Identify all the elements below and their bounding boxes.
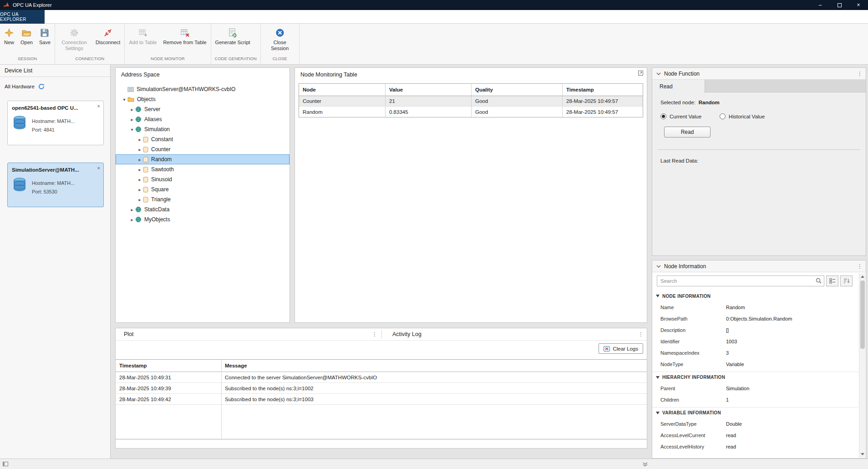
column-header[interactable]: Value bbox=[386, 84, 472, 96]
scrollbar-thumb[interactable] bbox=[860, 280, 865, 349]
property-row[interactable]: AccessLevelHistory read bbox=[652, 441, 858, 452]
kebab-menu-icon[interactable]: ⋮ bbox=[857, 71, 863, 77]
tree-item-server[interactable]: ▸ Server bbox=[116, 104, 289, 114]
refresh-icon[interactable] bbox=[38, 83, 45, 90]
tree-item-triangle[interactable]: ▸ Triangle bbox=[116, 194, 289, 204]
scroll-down-icon[interactable] bbox=[859, 451, 865, 457]
historical-value-radio[interactable] bbox=[720, 113, 726, 119]
tree-item-staticdata[interactable]: ▸ StaticData bbox=[116, 204, 289, 214]
tree-item-sawtooth[interactable]: ▸ Sawtooth bbox=[116, 164, 289, 174]
tree-item-myobjects[interactable]: ▸ MyObjects bbox=[116, 214, 289, 224]
tree-item-simulationserver[interactable]: SimulationServer@MATHWORKS-cvbIO bbox=[116, 84, 289, 94]
property-row[interactable]: NamespaceIndex 3 bbox=[652, 347, 858, 358]
device-card-open62541[interactable]: open62541-based OPC U... × Hostname: MAT… bbox=[7, 101, 104, 145]
kebab-menu-icon[interactable]: ⋮ bbox=[371, 331, 378, 337]
table-row[interactable]: 28-Mar-2025 10:49:42 Subscribed to the n… bbox=[116, 394, 647, 405]
collapse-chevron-icon[interactable] bbox=[656, 265, 661, 268]
chevron-right-icon[interactable]: ▸ bbox=[137, 137, 143, 142]
open-folder-icon bbox=[21, 28, 31, 38]
chevron-right-icon[interactable]: ▸ bbox=[137, 187, 143, 192]
disconnect-button[interactable]: Disconnect bbox=[92, 26, 123, 47]
open-button[interactable]: Open bbox=[17, 26, 36, 47]
property-row[interactable]: Name Random bbox=[652, 301, 858, 313]
tree-item-sinusoid[interactable]: ▸ Sinusoid bbox=[116, 174, 289, 184]
current-value-radio[interactable] bbox=[660, 113, 666, 119]
chevron-down-icon[interactable]: ▾ bbox=[129, 127, 135, 132]
tree-item-constant[interactable]: ▸ Constant bbox=[116, 134, 289, 144]
variable-node-icon bbox=[143, 157, 148, 163]
table-row[interactable]: 28-Mar-2025 10:49:39 Subscribed to the n… bbox=[116, 383, 647, 394]
column-header[interactable]: Node bbox=[299, 84, 386, 96]
node-information-title: Node Information bbox=[664, 263, 706, 270]
table-row[interactable]: Random 0.83345 Good 28-Mar-2025 10:49:57 bbox=[299, 107, 643, 117]
plot-panel-title[interactable]: Plot bbox=[124, 331, 134, 337]
tree-item-random[interactable]: ▸ Random bbox=[116, 154, 289, 164]
column-header[interactable]: Quality bbox=[472, 84, 563, 96]
device-card-simulationserver[interactable]: SimulationServer@MATH... × Hostname: MAT… bbox=[7, 163, 104, 207]
generate-script-button[interactable]: Generate Script bbox=[212, 26, 254, 47]
property-row[interactable]: ServerDataType Double bbox=[652, 418, 858, 429]
clear-logs-button[interactable]: Clear Logs bbox=[599, 343, 643, 354]
chevron-right-icon[interactable]: ▸ bbox=[129, 207, 135, 212]
tree-item-counter[interactable]: ▸ Counter bbox=[116, 144, 289, 154]
clear-logs-icon bbox=[604, 346, 610, 352]
search-input[interactable] bbox=[657, 275, 824, 286]
activity-log-title[interactable]: Activity Log bbox=[392, 331, 421, 337]
close-button[interactable]: × bbox=[849, 0, 868, 10]
section-node-information[interactable]: NODE INFORMATION bbox=[652, 291, 858, 301]
tree-item-simulation[interactable]: ▾ Simulation bbox=[116, 124, 289, 134]
scroll-up-icon[interactable] bbox=[859, 274, 865, 280]
tab-read[interactable]: Read bbox=[652, 80, 705, 93]
chevron-right-icon[interactable]: ▸ bbox=[137, 167, 143, 172]
collapse-panel-icon[interactable] bbox=[643, 462, 648, 467]
tree-item-objects[interactable]: ▾ Objects bbox=[116, 94, 289, 104]
sort-button[interactable] bbox=[840, 275, 853, 286]
property-row[interactable]: Description [] bbox=[652, 324, 858, 336]
node-monitoring-panel: Node Monitoring Table Node Value Quality… bbox=[294, 67, 647, 323]
kebab-menu-icon[interactable]: ⋮ bbox=[857, 263, 863, 270]
chevron-right-icon[interactable]: ▸ bbox=[129, 217, 135, 222]
tree-item-aliases[interactable]: ▸ Aliases bbox=[116, 114, 289, 124]
cell-message: Subscribed to the node(s) ns:3;i=1002 bbox=[221, 383, 647, 393]
remove-device-icon[interactable]: × bbox=[97, 165, 100, 171]
collapse-chevron-icon[interactable] bbox=[656, 72, 661, 75]
close-session-button[interactable]: Close Session bbox=[262, 26, 298, 53]
save-button[interactable]: Save bbox=[36, 26, 54, 47]
property-row[interactable]: AccessLevelCurrent read bbox=[652, 429, 858, 441]
column-header[interactable]: Timestamp bbox=[116, 360, 221, 372]
table-row[interactable]: 28-Mar-2025 10:49:31 Connected to the se… bbox=[116, 372, 647, 383]
column-header[interactable]: Message bbox=[221, 360, 647, 372]
property-row[interactable]: NodeType Variable bbox=[652, 358, 858, 370]
chevron-right-icon[interactable]: ▸ bbox=[129, 117, 135, 122]
toolbar-section-label: CONNECTION bbox=[56, 56, 123, 64]
table-row[interactable]: Counter 21 Good 28-Mar-2025 10:49:57 bbox=[299, 96, 643, 107]
kebab-menu-icon[interactable]: ⋮ bbox=[638, 331, 644, 337]
tree-item-label: MyObjects bbox=[144, 216, 170, 223]
vertical-scrollbar[interactable] bbox=[859, 273, 865, 458]
chevron-down-icon[interactable]: ▾ bbox=[121, 97, 127, 102]
chevron-right-icon[interactable]: ▸ bbox=[137, 157, 143, 162]
tree-item-square[interactable]: ▸ Square bbox=[116, 184, 289, 194]
chevron-right-icon[interactable]: ▸ bbox=[137, 147, 143, 152]
tab-opc-ua-explorer[interactable]: OPC UA EXPLORER bbox=[0, 10, 45, 24]
section-variable-information[interactable]: VARIABLE INFORMATION bbox=[652, 407, 858, 418]
group-view-button[interactable] bbox=[826, 275, 838, 286]
section-hierarchy-information[interactable]: HIERARCHY INFORMATION bbox=[652, 372, 858, 382]
chevron-right-icon[interactable]: ▸ bbox=[137, 177, 143, 182]
column-header[interactable]: Timestamp bbox=[563, 84, 643, 96]
remove-from-table-button[interactable]: Remove from Table bbox=[160, 26, 209, 47]
chevron-right-icon[interactable]: ▸ bbox=[137, 197, 143, 202]
property-row[interactable]: Children 1 bbox=[652, 394, 858, 405]
minimize-icon: – bbox=[819, 2, 822, 8]
minimize-button[interactable]: – bbox=[811, 0, 830, 10]
read-button[interactable]: Read bbox=[664, 127, 711, 138]
maximize-panel-icon[interactable] bbox=[638, 70, 644, 76]
new-button[interactable]: New bbox=[1, 26, 17, 47]
maximize-button[interactable] bbox=[830, 0, 849, 10]
remove-device-icon[interactable]: × bbox=[97, 103, 100, 109]
property-row[interactable]: BrowsePath 0:Objects.Simulation.Random bbox=[652, 313, 858, 324]
property-row[interactable]: Identifier 1003 bbox=[652, 336, 858, 347]
property-row[interactable]: Parent Simulation bbox=[652, 382, 858, 394]
dock-icon[interactable] bbox=[3, 462, 8, 466]
chevron-right-icon[interactable]: ▸ bbox=[129, 107, 135, 112]
